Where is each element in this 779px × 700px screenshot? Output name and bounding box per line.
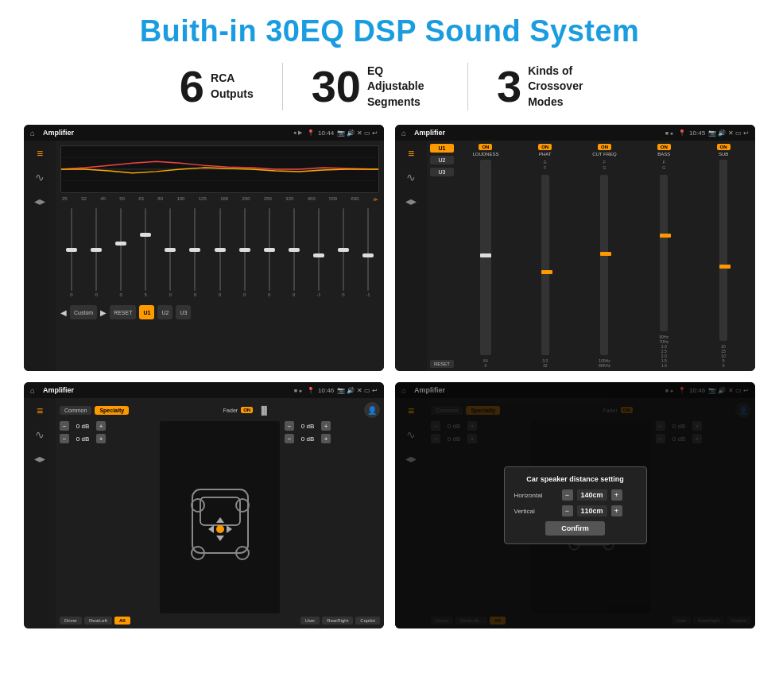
slider-loudness[interactable] (480, 160, 491, 355)
slider-9[interactable] (258, 208, 281, 291)
user-btn-cross[interactable]: User (300, 617, 320, 625)
toggle-cutfreq[interactable]: ON (598, 144, 611, 150)
slider-11[interactable] (308, 208, 330, 291)
reset-button-amp2[interactable]: RESET (430, 360, 454, 368)
slider-8[interactable] (234, 208, 256, 291)
rearright-btn-cross[interactable]: RearRight (322, 617, 353, 625)
screen-content-eq: ≡ ∿ ◂▸ (24, 141, 384, 371)
sidebar-vol-icon-cross[interactable]: ◂▸ (34, 452, 45, 465)
preset-u3[interactable]: U3 (430, 168, 454, 176)
screen-content-amp2: ≡ ∿ ◂▸ U1 U2 U3 RESET (395, 141, 755, 371)
thumb-7 (215, 248, 226, 252)
reset-button-eq[interactable]: RESET (110, 305, 136, 319)
feature-number-crossover: 3 (497, 64, 521, 109)
horizontal-minus[interactable]: − (562, 489, 573, 501)
dialog-box: Car speaker distance setting Horizontal … (504, 466, 647, 544)
feature-text-rca: RCAOutputs (211, 71, 254, 102)
vol1-minus[interactable]: − (60, 421, 69, 431)
slider-5[interactable] (159, 208, 181, 291)
sidebar-vol-icon[interactable]: ◂▸ (34, 195, 45, 207)
sidebar-wave-icon-cross[interactable]: ∿ (35, 428, 45, 441)
vol4-plus[interactable]: + (321, 434, 331, 443)
rearleft-btn-cross[interactable]: RearLeft (84, 617, 112, 625)
on-badge-fader: ON (241, 407, 253, 413)
left-sidebar-eq: ≡ ∿ ◂▸ (24, 141, 56, 371)
all-btn-cross[interactable]: All (114, 617, 130, 625)
toggle-loudness[interactable]: ON (479, 144, 492, 150)
time-cross: 10:46 (318, 387, 334, 394)
vol3-minus[interactable]: − (285, 421, 294, 431)
slider-6[interactable] (184, 208, 206, 291)
sidebar-eq-icon-cross[interactable]: ≡ (37, 404, 43, 417)
vol3-plus[interactable]: + (321, 421, 331, 431)
slider-bass[interactable] (660, 175, 668, 331)
svg-point-9 (216, 525, 224, 533)
vol-row-4: − 0 dB + (285, 434, 380, 443)
track-8 (244, 208, 246, 291)
next-button[interactable]: ▶ (100, 308, 107, 317)
tab-specialty-cross[interactable]: Specialty (95, 406, 129, 415)
slider-3[interactable] (110, 208, 132, 291)
eq-bottom-bar: ◀ Custom ▶ RESET U1 U2 U3 (60, 304, 379, 321)
toggle-bass[interactable]: ON (657, 144, 671, 150)
thumb-13 (362, 253, 374, 257)
slider-cutfreq[interactable] (600, 175, 608, 355)
preset-u1[interactable]: U1 (430, 144, 454, 153)
car-svg (180, 466, 260, 569)
left-sidebar-cross: ≡ ∿ ◂▸ (24, 398, 56, 628)
confirm-button[interactable]: Confirm (545, 521, 605, 536)
sidebar-vol-icon-amp2[interactable]: ◂▸ (405, 195, 417, 207)
profile-icon[interactable]: 👤 (364, 402, 380, 418)
freq-labels: 25 32 40 50 63 80 100 125 160 200 250 32… (60, 196, 379, 202)
thumb-bass (660, 234, 671, 238)
driver-btn-cross[interactable]: Driver (60, 617, 82, 625)
copilot-btn-cross[interactable]: Copilot (355, 617, 380, 625)
sidebar-wave-icon[interactable]: ∿ (35, 171, 45, 184)
feature-number-eq: 30 (312, 64, 361, 109)
sidebar-eq-icon-amp2[interactable]: ≡ (408, 147, 414, 160)
track-2 (95, 208, 97, 291)
vertical-minus[interactable]: − (562, 505, 573, 516)
thumb-8 (239, 248, 250, 252)
prev-button[interactable]: ◀ (60, 308, 67, 317)
amp2-controls: ON LOUDNESS 640 ON PHAT G (457, 144, 752, 368)
page-wrapper: Buith-in 30EQ DSP Sound System 6 RCAOutp… (0, 0, 779, 700)
status-icons-eq: 📍 10:44 📷 🔊 ✕ ▭ ↩ (307, 130, 378, 137)
slider-12[interactable] (332, 208, 355, 291)
vol2-plus[interactable]: + (96, 434, 106, 443)
toggle-sub[interactable]: ON (717, 144, 731, 150)
slider-col-2: 0 (85, 208, 107, 297)
sidebar-eq-icon[interactable]: ≡ (37, 147, 43, 160)
u2-button[interactable]: U2 (157, 305, 172, 319)
status-bar-cross: ⌂ Amplifier ■ ● 📍 10:46 📷 🔊 ✕ ▭ ↩ (24, 382, 384, 398)
icons-amp2: 📷 🔊 ✕ ▭ ↩ (708, 130, 749, 137)
horizontal-plus[interactable]: + (611, 489, 622, 501)
thumb-12 (338, 248, 349, 252)
sidebar-wave-icon-amp2[interactable]: ∿ (406, 171, 416, 184)
tab-common-cross[interactable]: Common (60, 406, 91, 415)
toggle-phat[interactable]: ON (538, 144, 552, 150)
cross-left-vols: − 0 dB + − 0 dB + (60, 421, 155, 613)
svg-marker-11 (216, 536, 224, 541)
slider-13[interactable] (357, 208, 379, 291)
slider-4[interactable] (134, 208, 157, 291)
u3-button[interactable]: U3 (176, 305, 191, 319)
slider-1[interactable] (60, 208, 83, 291)
vol2-minus[interactable]: − (60, 434, 69, 443)
u1-button[interactable]: U1 (139, 305, 154, 319)
slider-phat[interactable] (541, 175, 549, 355)
vertical-plus[interactable]: + (611, 505, 622, 516)
ch-bass: ON BASS F G 90Hz70Hz3.02.52.01.51.0 (635, 144, 692, 368)
vol1-plus[interactable]: + (96, 421, 106, 431)
custom-button[interactable]: Custom (70, 305, 97, 319)
screen-eq: ⌂ Amplifier ● ▶ 📍 10:44 📷 🔊 ✕ ▭ ↩ ≡ ∿ ◂▸ (24, 125, 384, 371)
slider-2[interactable] (85, 208, 107, 291)
vol4-minus[interactable]: − (285, 434, 294, 443)
slider-10[interactable] (283, 208, 305, 291)
cross-bottom: Driver RearLeft All User RearRight Copil… (60, 617, 380, 625)
slider-col-12: 0 (332, 208, 355, 297)
slider-7[interactable] (208, 208, 231, 291)
preset-u2[interactable]: U2 (430, 156, 454, 164)
slider-col-9: 0 (258, 208, 281, 297)
slider-sub[interactable] (719, 160, 727, 341)
